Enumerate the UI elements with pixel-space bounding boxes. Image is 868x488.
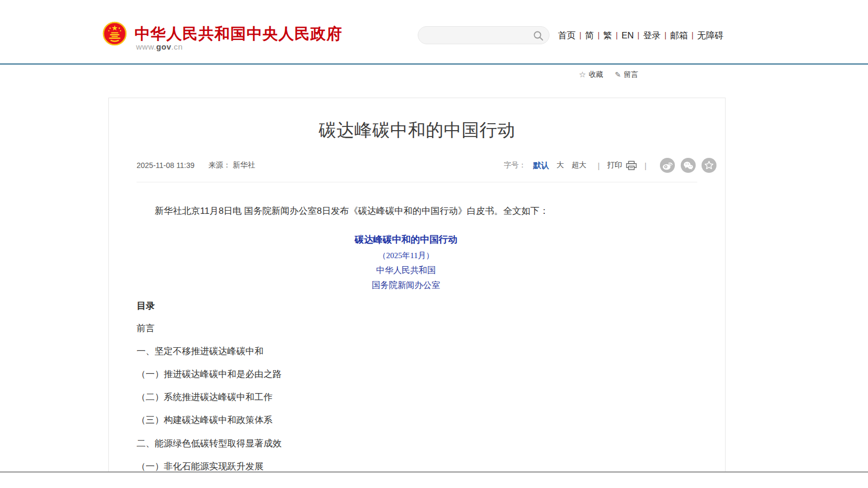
search-input[interactable]: [427, 27, 528, 44]
bottom-divider: [0, 471, 868, 473]
share-wechat-button[interactable]: [681, 158, 696, 173]
star-icon: ☆: [579, 70, 586, 79]
pen-icon: ✎: [615, 70, 621, 79]
favorite-label: 收藏: [588, 70, 603, 79]
comment-label: 留言: [624, 70, 638, 79]
nav-separator: |: [691, 31, 694, 39]
toc-title: 目录: [137, 300, 675, 313]
site-title: 中华人民共和国中央人民政府: [134, 23, 343, 45]
nav-mail[interactable]: 邮箱: [670, 30, 688, 40]
site-url[interactable]: www.gov.cn: [136, 42, 183, 51]
site-url-prefix: www.: [136, 42, 156, 51]
nav-separator: |: [598, 31, 600, 39]
wechat-icon: [682, 159, 695, 172]
nav-login[interactable]: 登录: [643, 30, 660, 40]
article-body: 新华社北京11月8日电 国务院新闻办公室8日发布《碳达峰碳中和的中国行动》白皮书…: [137, 98, 675, 472]
toc-item: （三）构建碳达峰碳中和政策体系: [137, 414, 675, 427]
search-icon[interactable]: [533, 30, 544, 41]
article-card: 碳达峰碳中和的中国行动 2025-11-08 11:39 来源： 新华社 字号：…: [108, 98, 726, 471]
site-url-suffix: .cn: [171, 42, 183, 51]
share-qzone-button[interactable]: [702, 158, 716, 173]
lead-paragraph: 新华社北京11月8日电 国务院新闻办公室8日发布《碳达峰碳中和的中国行动》白皮书…: [137, 205, 675, 218]
site-url-gov: gov: [156, 42, 171, 51]
nav-separator: |: [664, 31, 666, 39]
nav-separator: |: [579, 31, 582, 39]
document-date: （2025年11月）: [137, 249, 675, 262]
star-share-icon: [703, 159, 715, 172]
site-header: 中华人民共和国中央人民政府 www.gov.cn 首页|简|繁|EN|登录|邮箱…: [0, 0, 868, 63]
search-box[interactable]: [418, 26, 550, 44]
top-nav: 首页|简|繁|EN|登录|邮箱|无障碍: [558, 30, 723, 42]
national-emblem-icon: [102, 21, 127, 46]
toc-item: 前言: [137, 322, 675, 335]
favorite-button[interactable]: ☆ 收藏: [579, 70, 603, 79]
national-emblem-logo[interactable]: [102, 21, 127, 46]
document-title: 碳达峰碳中和的中国行动: [137, 233, 675, 246]
page-actions: ☆ 收藏 ✎ 留言: [579, 70, 638, 79]
document-org-line1: 中华人民共和国: [137, 264, 675, 277]
nav-english[interactable]: EN: [622, 30, 634, 40]
comment-button[interactable]: ✎ 留言: [615, 70, 638, 79]
nav-separator: |: [638, 31, 640, 39]
header-divider-bar: [0, 63, 868, 65]
nav-accessibility[interactable]: 无障碍: [697, 30, 724, 40]
toc-item: 二、能源绿色低碳转型取得显著成效: [137, 437, 675, 450]
document-org-line2: 国务院新闻办公室: [137, 279, 675, 292]
toc-item: 一、坚定不移推进碳达峰碳中和: [137, 345, 675, 358]
nav-simplified[interactable]: 简: [585, 30, 594, 40]
nav-home[interactable]: 首页: [558, 30, 576, 40]
nav-traditional[interactable]: 繁: [603, 30, 612, 40]
nav-separator: |: [616, 31, 618, 39]
toc-item: （二）系统推进碳达峰碳中和工作: [137, 391, 675, 404]
toc-item: （一）推进碳达峰碳中和是必由之路: [137, 368, 675, 381]
